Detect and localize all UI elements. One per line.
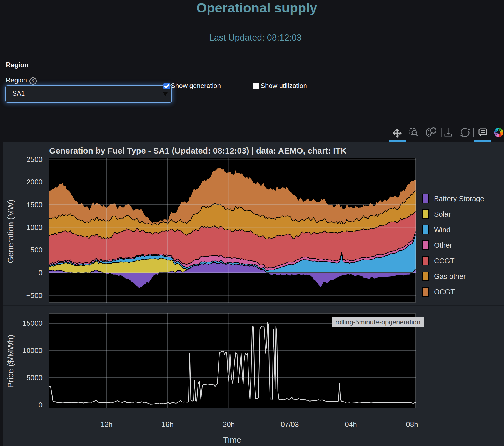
svg-text:04h: 04h <box>345 420 357 429</box>
svg-text:Generation by Fuel Type - SA1: Generation by Fuel Type - SA1 (Updated: … <box>49 146 347 155</box>
svg-text:2000: 2000 <box>26 178 43 186</box>
svg-text:12h: 12h <box>101 420 113 429</box>
svg-text:Time: Time <box>223 435 241 444</box>
svg-text:20h: 20h <box>223 420 235 429</box>
svg-text:2500: 2500 <box>26 155 43 164</box>
svg-text:Generation (MW): Generation (MW) <box>6 199 15 263</box>
svg-text:Gas other: Gas other <box>434 272 466 280</box>
svg-text:rolling-5minute-opgeneration: rolling-5minute-opgeneration <box>335 318 420 326</box>
svg-text:16h: 16h <box>161 420 173 429</box>
svg-text:−500: −500 <box>26 291 43 300</box>
svg-text:Other: Other <box>434 241 452 249</box>
svg-text:07/03: 07/03 <box>281 420 299 429</box>
svg-text:10000: 10000 <box>23 346 43 355</box>
svg-text:5000: 5000 <box>26 374 43 382</box>
svg-text:OCGT: OCGT <box>434 288 455 296</box>
svg-text:15000: 15000 <box>23 319 43 327</box>
svg-text:CCGT: CCGT <box>434 257 455 265</box>
svg-text:Battery Storage: Battery Storage <box>434 194 484 203</box>
svg-text:Wind: Wind <box>434 225 450 234</box>
svg-text:1000: 1000 <box>26 223 43 232</box>
svg-text:0: 0 <box>39 269 43 277</box>
svg-text:500: 500 <box>31 246 43 254</box>
svg-text:Price ($/MWh): Price ($/MWh) <box>6 335 15 388</box>
svg-text:08h: 08h <box>406 420 418 429</box>
svg-text:Solar: Solar <box>434 210 451 218</box>
svg-text:1500: 1500 <box>26 201 43 209</box>
svg-text:0: 0 <box>39 401 43 409</box>
